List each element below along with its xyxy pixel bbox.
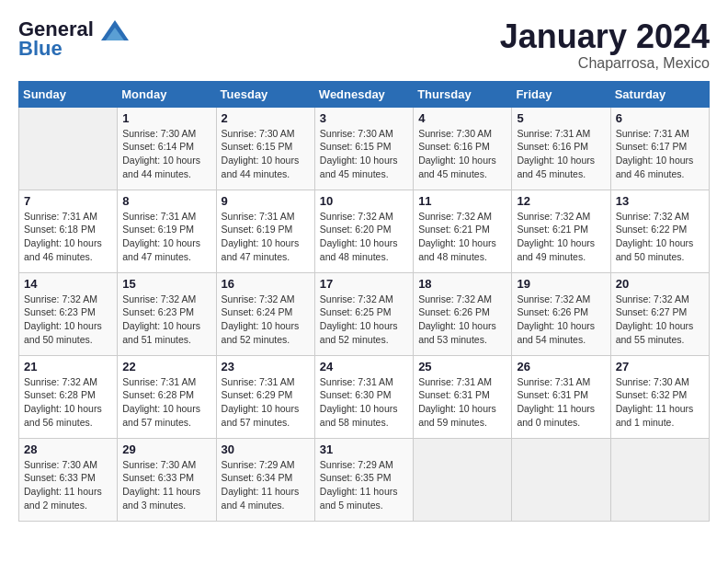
day-info: Sunrise: 7:31 AMSunset: 6:31 PMDaylight:… [418,375,506,430]
day-info: Sunrise: 7:32 AMSunset: 6:26 PMDaylight:… [517,293,605,347]
calendar-day-cell: 21Sunrise: 7:32 AMSunset: 6:28 PMDayligh… [19,355,118,438]
calendar-header-row: SundayMondayTuesdayWednesdayThursdayFrid… [19,81,710,107]
day-number: 29 [122,442,210,456]
calendar-day-cell: 22Sunrise: 7:31 AMSunset: 6:28 PMDayligh… [118,355,216,438]
day-info: Sunrise: 7:32 AMSunset: 6:27 PMDaylight:… [616,293,704,347]
day-info: Sunrise: 7:31 AMSunset: 6:29 PMDaylight:… [222,375,310,430]
calendar-day-cell: 27Sunrise: 7:30 AMSunset: 6:32 PMDayligh… [610,355,709,438]
day-number: 11 [418,194,506,208]
calendar-day-cell: 16Sunrise: 7:32 AMSunset: 6:24 PMDayligh… [216,272,314,355]
day-number: 21 [24,360,112,373]
day-number: 31 [320,442,408,456]
calendar-day-cell: 20Sunrise: 7:32 AMSunset: 6:27 PMDayligh… [610,272,709,355]
calendar-day-cell: 8Sunrise: 7:31 AMSunset: 6:19 PMDaylight… [118,190,216,272]
logo-icon [101,20,129,40]
day-number: 5 [517,111,605,125]
day-of-week-header: Saturday [610,81,709,107]
day-info: Sunrise: 7:32 AMSunset: 6:21 PMDaylight:… [418,210,506,264]
calendar-day-cell: 30Sunrise: 7:29 AMSunset: 6:34 PMDayligh… [216,438,314,521]
calendar-body: 1Sunrise: 7:30 AMSunset: 6:14 PMDaylight… [19,107,710,521]
day-info: Sunrise: 7:31 AMSunset: 6:18 PMDaylight:… [24,210,112,264]
day-number: 4 [418,111,506,125]
day-number: 22 [122,360,210,373]
calendar-day-cell: 5Sunrise: 7:31 AMSunset: 6:16 PMDaylight… [512,107,610,190]
day-info: Sunrise: 7:32 AMSunset: 6:22 PMDaylight:… [616,210,704,264]
day-number: 17 [320,277,408,291]
calendar-day-cell: 31Sunrise: 7:29 AMSunset: 6:35 PMDayligh… [314,438,413,521]
day-info: Sunrise: 7:30 AMSunset: 6:14 PMDaylight:… [122,127,210,181]
calendar-day-cell: 2Sunrise: 7:30 AMSunset: 6:15 PMDaylight… [216,107,314,190]
day-info: Sunrise: 7:30 AMSunset: 6:32 PMDaylight:… [616,375,704,430]
day-of-week-header: Tuesday [216,81,314,107]
calendar-day-cell: 10Sunrise: 7:32 AMSunset: 6:20 PMDayligh… [314,190,413,272]
calendar-day-cell: 13Sunrise: 7:32 AMSunset: 6:22 PMDayligh… [610,190,709,272]
day-info: Sunrise: 7:31 AMSunset: 6:31 PMDaylight:… [517,375,605,430]
calendar-day-cell: 11Sunrise: 7:32 AMSunset: 6:21 PMDayligh… [414,190,512,272]
day-info: Sunrise: 7:32 AMSunset: 6:21 PMDaylight:… [517,210,605,264]
calendar-day-cell [19,107,118,190]
calendar-day-cell: 6Sunrise: 7:31 AMSunset: 6:17 PMDaylight… [610,107,709,190]
day-info: Sunrise: 7:32 AMSunset: 6:23 PMDaylight:… [24,293,112,347]
day-info: Sunrise: 7:30 AMSunset: 6:33 PMDaylight:… [122,458,210,512]
day-number: 8 [122,194,210,208]
day-number: 18 [418,277,506,291]
day-of-week-header: Wednesday [314,81,413,107]
logo: General Blue [18,18,129,61]
calendar-day-cell: 19Sunrise: 7:32 AMSunset: 6:26 PMDayligh… [512,272,610,355]
day-info: Sunrise: 7:32 AMSunset: 6:20 PMDaylight:… [320,210,408,264]
calendar-week-row: 7Sunrise: 7:31 AMSunset: 6:18 PMDaylight… [19,190,710,272]
calendar-day-cell: 17Sunrise: 7:32 AMSunset: 6:25 PMDayligh… [314,272,413,355]
day-number: 19 [517,277,605,291]
day-info: Sunrise: 7:32 AMSunset: 6:23 PMDaylight:… [122,293,210,347]
calendar-week-row: 1Sunrise: 7:30 AMSunset: 6:14 PMDaylight… [19,107,710,190]
calendar-week-row: 28Sunrise: 7:30 AMSunset: 6:33 PMDayligh… [19,438,710,521]
day-info: Sunrise: 7:32 AMSunset: 6:28 PMDaylight:… [24,375,112,430]
day-number: 25 [418,360,506,373]
calendar-day-cell: 29Sunrise: 7:30 AMSunset: 6:33 PMDayligh… [118,438,216,521]
day-of-week-header: Sunday [19,81,118,107]
day-number: 10 [320,194,408,208]
day-number: 15 [122,277,210,291]
day-info: Sunrise: 7:30 AMSunset: 6:16 PMDaylight:… [418,127,506,181]
calendar-table: SundayMondayTuesdayWednesdayThursdayFrid… [18,81,710,522]
calendar-day-cell: 12Sunrise: 7:32 AMSunset: 6:21 PMDayligh… [512,190,610,272]
calendar-day-cell: 7Sunrise: 7:31 AMSunset: 6:18 PMDaylight… [19,190,118,272]
day-info: Sunrise: 7:31 AMSunset: 6:17 PMDaylight:… [616,127,704,181]
day-number: 7 [24,194,112,208]
day-info: Sunrise: 7:32 AMSunset: 6:26 PMDaylight:… [418,293,506,347]
day-number: 6 [616,111,704,125]
calendar-day-cell [512,438,610,521]
title-block: January 2024 Chaparrosa, Mexico [500,18,710,72]
day-of-week-header: Friday [512,81,610,107]
calendar-day-cell: 18Sunrise: 7:32 AMSunset: 6:26 PMDayligh… [414,272,512,355]
day-number: 24 [320,360,408,373]
day-number: 20 [616,277,704,291]
calendar-day-cell: 26Sunrise: 7:31 AMSunset: 6:31 PMDayligh… [512,355,610,438]
page-header: General Blue January 2024 Chaparrosa, Me… [18,18,710,72]
day-number: 1 [122,111,210,125]
day-number: 9 [222,194,310,208]
day-info: Sunrise: 7:31 AMSunset: 6:19 PMDaylight:… [222,210,310,264]
calendar-day-cell: 28Sunrise: 7:30 AMSunset: 6:33 PMDayligh… [19,438,118,521]
calendar-week-row: 14Sunrise: 7:32 AMSunset: 6:23 PMDayligh… [19,272,710,355]
day-info: Sunrise: 7:30 AMSunset: 6:33 PMDaylight:… [24,458,112,512]
day-number: 3 [320,111,408,125]
day-info: Sunrise: 7:32 AMSunset: 6:25 PMDaylight:… [320,293,408,347]
location-subtitle: Chaparrosa, Mexico [500,55,710,72]
day-number: 30 [222,442,310,456]
day-info: Sunrise: 7:29 AMSunset: 6:35 PMDaylight:… [320,458,408,512]
day-number: 27 [616,360,704,373]
day-info: Sunrise: 7:32 AMSunset: 6:24 PMDaylight:… [222,293,310,347]
day-info: Sunrise: 7:31 AMSunset: 6:19 PMDaylight:… [122,210,210,264]
calendar-day-cell: 24Sunrise: 7:31 AMSunset: 6:30 PMDayligh… [314,355,413,438]
day-of-week-header: Monday [118,81,216,107]
day-number: 23 [222,360,310,373]
calendar-day-cell: 4Sunrise: 7:30 AMSunset: 6:16 PMDaylight… [414,107,512,190]
calendar-day-cell: 23Sunrise: 7:31 AMSunset: 6:29 PMDayligh… [216,355,314,438]
calendar-day-cell: 1Sunrise: 7:30 AMSunset: 6:14 PMDaylight… [118,107,216,190]
calendar-day-cell: 3Sunrise: 7:30 AMSunset: 6:15 PMDaylight… [314,107,413,190]
day-of-week-header: Thursday [414,81,512,107]
day-number: 14 [24,277,112,291]
day-info: Sunrise: 7:31 AMSunset: 6:16 PMDaylight:… [517,127,605,181]
day-number: 2 [222,111,310,125]
